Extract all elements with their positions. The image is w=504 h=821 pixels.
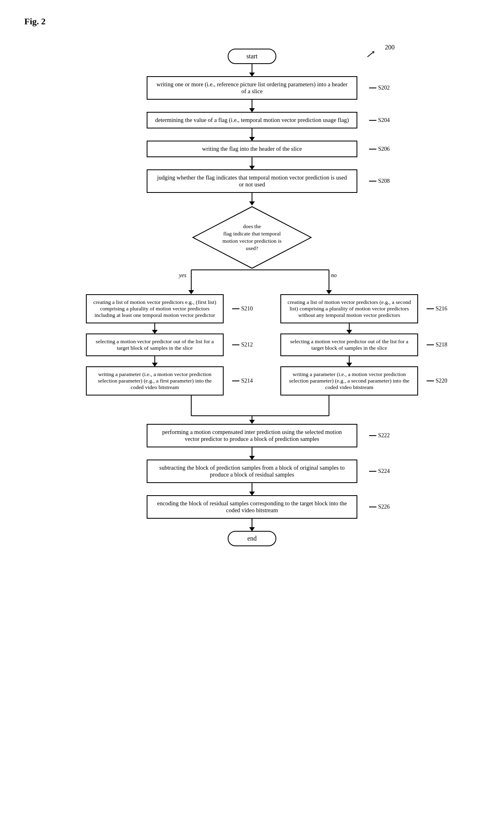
s224-container: subtracting the block of prediction samp…	[147, 460, 357, 483]
s218-box: selecting a motion vector predictor out …	[280, 334, 418, 356]
end-node: end	[228, 531, 276, 546]
s202-box: writing one or more (i.e., reference pic…	[147, 76, 357, 100]
s210-container: creating a list of motion vector predict…	[86, 294, 224, 323]
arrow-s210-s212	[154, 323, 155, 334]
s218-label: S218	[427, 342, 447, 348]
two-branches: creating a list of motion vector predict…	[78, 294, 426, 396]
s212-container: selecting a motion vector predictor out …	[86, 334, 224, 356]
s220-label: S220	[427, 378, 447, 384]
arrow-s226-end	[252, 519, 252, 531]
s214-container: writing a parameter (i.e., a motion vect…	[86, 366, 224, 396]
s224-box: subtracting the block of prediction samp…	[147, 460, 357, 483]
s222-label: S222	[369, 432, 390, 439]
s202-container: writing one or more (i.e., reference pic…	[147, 76, 357, 100]
s208-box: judging whether the flag indicates that …	[147, 169, 357, 193]
svg-marker-4	[188, 290, 194, 294]
merge-connector-svg	[78, 396, 426, 424]
arrow-s218-s220	[349, 356, 350, 366]
diamond-container: does the flag indicate that temporal mot…	[191, 205, 313, 270]
s212-label: S212	[232, 342, 253, 348]
s216-box: creating a list of motion vector predict…	[280, 294, 418, 323]
s220-box: writing a parameter (i.e., a motion vect…	[280, 366, 418, 396]
s226-label: S226	[369, 504, 390, 510]
svg-text:no: no	[331, 272, 337, 278]
right-branch: creating a list of motion vector predict…	[272, 294, 426, 396]
s212-box: selecting a motion vector predictor out …	[86, 334, 224, 356]
arrow-s204-s206	[252, 128, 252, 141]
diamond-text: does the flag indicate that temporal mot…	[210, 223, 294, 252]
s214-box: writing a parameter (i.e., a motion vect…	[86, 366, 224, 396]
s204-label: S204	[369, 117, 390, 124]
branch-area: yes no creating a list of motion vector …	[78, 270, 426, 424]
arrow-s208-diamond	[252, 193, 252, 205]
flowchart: start writing one or more (i.e., referen…	[24, 49, 480, 546]
arrow-start-s202	[252, 64, 252, 76]
arrow-s206-s208	[252, 157, 252, 169]
s204-container: determining the value of a flag (i.e., t…	[147, 112, 357, 128]
s220-container: writing a parameter (i.e., a motion vect…	[280, 366, 418, 396]
s226-box: encoding the block of residual samples c…	[147, 495, 357, 519]
s208-container: judging whether the flag indicates that …	[147, 169, 357, 193]
s226-container: encoding the block of residual samples c…	[147, 495, 357, 519]
s222-container: performing a motion compensated inter pr…	[147, 424, 357, 447]
s206-container: writing the flag into the header of the …	[147, 141, 357, 157]
branch-connector-svg: yes no	[78, 270, 426, 294]
s218-container: selecting a motion vector predictor out …	[280, 334, 418, 356]
arrow-s212-s214	[154, 356, 155, 366]
svg-marker-7	[326, 290, 332, 294]
s204-box: determining the value of a flag (i.e., t…	[147, 112, 357, 128]
svg-marker-15	[249, 420, 255, 424]
s216-container: creating a list of motion vector predict…	[280, 294, 418, 323]
arrow-s216-s218	[349, 323, 350, 334]
s208-label: S208	[369, 178, 390, 184]
s216-label: S216	[427, 306, 447, 312]
arrow-s202-s204	[252, 100, 252, 112]
arrow-s224-s226	[252, 483, 252, 495]
start-node: start	[228, 49, 276, 64]
s202-label: S202	[369, 85, 390, 91]
page: Fig. 2 200 ↗ start writing one or more (…	[0, 0, 504, 821]
s210-box: creating a list of motion vector predict…	[86, 294, 224, 323]
arrow-s222-s224	[252, 447, 252, 460]
s206-label: S206	[369, 146, 390, 152]
s206-box: writing the flag into the header of the …	[147, 141, 357, 157]
s210-label: S210	[232, 306, 253, 312]
s222-box: performing a motion compensated inter pr…	[147, 424, 357, 447]
s224-label: S224	[369, 468, 390, 475]
s214-label: S214	[232, 378, 253, 384]
left-branch: creating a list of motion vector predict…	[78, 294, 232, 396]
figure-label: Fig. 2	[24, 16, 46, 27]
svg-text:yes: yes	[178, 272, 186, 278]
